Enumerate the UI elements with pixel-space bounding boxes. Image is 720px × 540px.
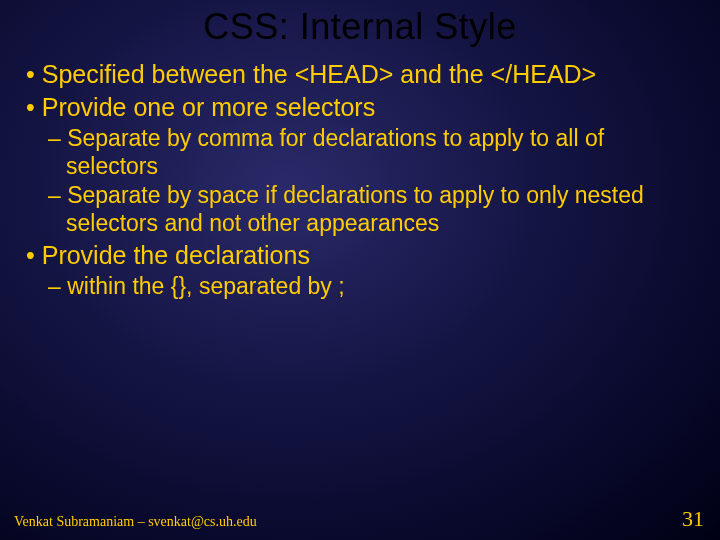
bullet-level2: Separate by comma for declarations to ap… [48,125,702,180]
bullet-level1: Specified between the <HEAD> and the </H… [26,59,702,89]
bullet-level2: Separate by space if declarations to app… [48,182,702,237]
bullet-level1: Provide the declarations [26,240,702,270]
page-number: 31 [682,506,704,532]
slide-content: Specified between the <HEAD> and the </H… [0,48,720,301]
footer-author: Venkat Subramaniam – svenkat@cs.uh.edu [14,514,257,530]
bullet-level1: Provide one or more selectors [26,92,702,122]
slide-title: CSS: Internal Style [0,0,720,48]
bullet-level2: within the {}, separated by ; [48,273,702,301]
slide: CSS: Internal Style Specified between th… [0,0,720,540]
